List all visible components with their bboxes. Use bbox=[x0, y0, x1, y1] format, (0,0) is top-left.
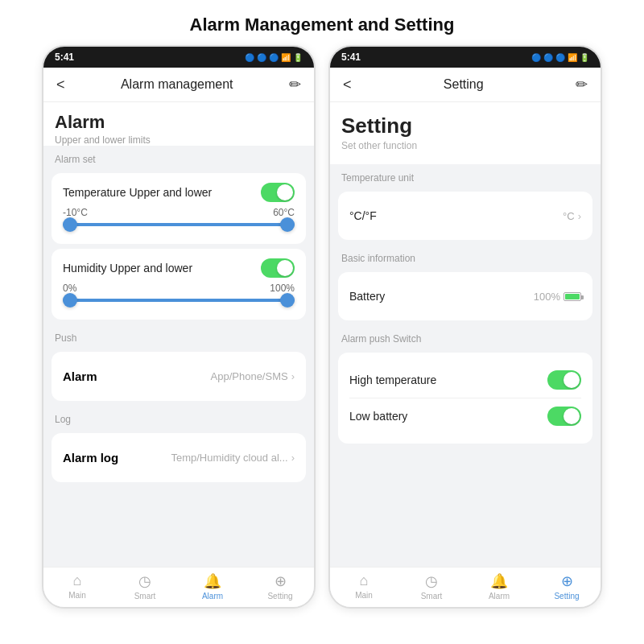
right-tab-alarm[interactable]: 🔔 Alarm bbox=[465, 572, 533, 601]
right-edit-button[interactable]: ✏ bbox=[576, 76, 588, 93]
temp-label: Temperature Upper and lower bbox=[63, 186, 212, 199]
left-tab-smart[interactable]: ◷ Smart bbox=[111, 572, 179, 601]
phones-row: 5:41 🔵 🔵 🔵 📶 🔋 < Alarm management ✏ Alar… bbox=[0, 45, 644, 609]
log-section-label: Log bbox=[43, 406, 314, 428]
right-tab-alarm-label: Alarm bbox=[489, 592, 510, 601]
humidity-label: Humidity Upper and lower bbox=[63, 262, 192, 275]
right-home-icon: ⌂ bbox=[360, 572, 369, 589]
left-content: Alarm Upper and lower limits Alarm set T… bbox=[43, 102, 314, 567]
right-nav-title: Setting bbox=[444, 77, 484, 92]
left-tab-main[interactable]: ⌂ Main bbox=[43, 572, 111, 601]
setting-title-block: Setting Set other function bbox=[330, 102, 601, 164]
right-status-time: 5:41 bbox=[341, 52, 361, 63]
humidity-card: Humidity Upper and lower 0% 100% bbox=[52, 249, 306, 320]
basic-info-label: Basic information bbox=[330, 245, 601, 267]
alarm-big-title: Alarm bbox=[55, 112, 303, 133]
temp-unit-section-label: Temperature unit bbox=[330, 164, 601, 187]
right-tab-main-label: Main bbox=[355, 591, 373, 600]
alarm-set-label: Alarm set bbox=[43, 146, 314, 168]
temp-limits: -10°C 60°C bbox=[63, 207, 295, 218]
bell-icon: 🔔 bbox=[204, 572, 221, 590]
temp-slider-fill bbox=[63, 223, 295, 226]
right-phone: 5:41 🔵 🔵 🔵 📶 🔋 < Setting ✏ Setting Set o… bbox=[328, 45, 602, 609]
temp-unit-card[interactable]: °C/°F °C › bbox=[338, 192, 592, 240]
left-tab-bar: ⌂ Main ◷ Smart 🔔 Alarm ⊕ Setting bbox=[43, 567, 314, 607]
log-card[interactable]: Alarm log Temp/Humidity cloud al... › bbox=[52, 433, 306, 482]
left-nav-title: Alarm management bbox=[121, 77, 233, 92]
right-tab-smart-label: Smart bbox=[421, 592, 443, 601]
temp-unit-chevron: › bbox=[578, 210, 581, 222]
left-tab-setting[interactable]: ⊕ Setting bbox=[246, 572, 314, 601]
alarm-push-switch-label: Alarm push Switch bbox=[330, 325, 601, 348]
right-tab-setting[interactable]: ⊕ Setting bbox=[533, 572, 601, 601]
setting-sub-label: Set other function bbox=[330, 138, 601, 158]
left-tab-main-label: Main bbox=[68, 591, 86, 600]
humidity-slider-area: 0% 100% bbox=[63, 278, 295, 310]
humidity-thumb-left[interactable] bbox=[63, 293, 77, 308]
right-bell-icon: 🔔 bbox=[490, 572, 508, 590]
right-setting-icon: ⊕ bbox=[561, 572, 573, 590]
setting-big-title: Setting bbox=[330, 102, 601, 138]
alarm-push-value: App/Phone/SMS › bbox=[211, 370, 295, 382]
battery-body bbox=[564, 292, 581, 301]
alarm-log-value-text: Temp/Humidity cloud al... bbox=[171, 452, 287, 464]
clock-icon: ◷ bbox=[138, 572, 151, 590]
humidity-slider-fill bbox=[63, 299, 295, 302]
humidity-thumb-right[interactable] bbox=[280, 293, 295, 308]
alarm-push-label: Alarm bbox=[63, 369, 97, 383]
alarm-sub-label: Upper and lower limits bbox=[55, 133, 303, 146]
alarm-log-label: Alarm log bbox=[63, 451, 118, 464]
temp-toggle[interactable] bbox=[261, 183, 295, 202]
humidity-toggle[interactable] bbox=[261, 258, 295, 278]
push-section-label: Push bbox=[43, 324, 314, 347]
right-tab-smart[interactable]: ◷ Smart bbox=[398, 572, 465, 601]
left-tab-setting-label: Setting bbox=[267, 592, 292, 601]
temp-slider-track[interactable] bbox=[63, 223, 295, 226]
humidity-slider-track[interactable] bbox=[63, 299, 295, 302]
right-back-button[interactable]: < bbox=[343, 76, 352, 93]
page-title: Alarm Management and Setting bbox=[0, 0, 644, 45]
left-tab-alarm-label: Alarm bbox=[202, 592, 223, 601]
temp-unit-value: °C › bbox=[563, 210, 581, 222]
alarm-push-card: High temperature Low battery bbox=[338, 353, 592, 444]
left-nav-bar: < Alarm management ✏ bbox=[43, 68, 314, 102]
battery-percent: 100% bbox=[534, 291, 560, 303]
humidity-limits: 0% 100% bbox=[63, 283, 295, 294]
temp-unit-label: °C/°F bbox=[349, 209, 377, 222]
right-content: Setting Set other function Temperature u… bbox=[330, 102, 601, 567]
temp-unit-row[interactable]: °C/°F °C › bbox=[349, 201, 581, 230]
left-status-bar: 5:41 🔵 🔵 🔵 📶 🔋 bbox=[43, 47, 314, 68]
battery-fill bbox=[565, 294, 580, 299]
alarm-push-row[interactable]: Alarm App/Phone/SMS › bbox=[63, 361, 295, 391]
left-back-button[interactable]: < bbox=[56, 76, 65, 93]
low-battery-row: Low battery bbox=[349, 398, 581, 434]
push-card[interactable]: Alarm App/Phone/SMS › bbox=[52, 352, 306, 401]
alarm-log-row[interactable]: Alarm log Temp/Humidity cloud al... › bbox=[63, 443, 295, 473]
battery-label: Battery bbox=[349, 290, 385, 303]
left-edit-button[interactable]: ✏ bbox=[289, 76, 301, 93]
temp-thumb-right[interactable] bbox=[280, 217, 295, 232]
temp-max: 60°C bbox=[273, 207, 295, 218]
high-temp-toggle[interactable] bbox=[547, 370, 581, 390]
right-tab-bar: ⌂ Main ◷ Smart 🔔 Alarm ⊕ Setting bbox=[330, 567, 601, 607]
low-battery-label: Low battery bbox=[349, 410, 407, 423]
humidity-max: 100% bbox=[270, 283, 295, 294]
temperature-card: Temperature Upper and lower -10°C 60°C bbox=[52, 173, 306, 244]
battery-value: 100% bbox=[534, 291, 581, 303]
left-status-icons: 🔵 🔵 🔵 📶 🔋 bbox=[245, 53, 303, 62]
humidity-min: 0% bbox=[63, 283, 76, 294]
left-phone: 5:41 🔵 🔵 🔵 📶 🔋 < Alarm management ✏ Alar… bbox=[42, 45, 316, 609]
low-battery-toggle[interactable] bbox=[547, 407, 581, 426]
temp-min: -10°C bbox=[63, 207, 88, 218]
right-status-bar: 5:41 🔵 🔵 🔵 📶 🔋 bbox=[330, 47, 601, 68]
high-temp-label: High temperature bbox=[349, 374, 436, 386]
high-temp-row: High temperature bbox=[349, 362, 581, 398]
temp-slider-area: -10°C 60°C bbox=[63, 202, 295, 234]
alarm-log-chevron: › bbox=[291, 452, 295, 464]
right-tab-main[interactable]: ⌂ Main bbox=[330, 572, 398, 601]
left-tab-alarm[interactable]: 🔔 Alarm bbox=[179, 572, 246, 601]
temp-thumb-left[interactable] bbox=[63, 217, 77, 232]
left-tab-smart-label: Smart bbox=[134, 592, 156, 601]
battery-card: Battery 100% bbox=[338, 272, 592, 320]
battery-row: Battery 100% bbox=[349, 282, 581, 311]
